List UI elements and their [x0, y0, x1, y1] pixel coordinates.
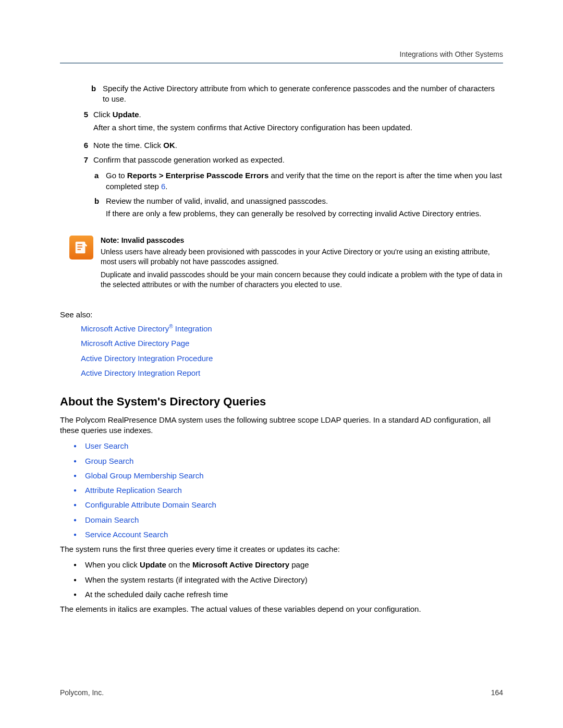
document-page: Integrations with Other Systems b Specif…: [0, 0, 563, 728]
step-marker-7a: a: [93, 170, 106, 192]
step-7a: a Go to Reports > Enterprise Passcode Er…: [93, 170, 503, 192]
step-5-bold: Update: [113, 110, 139, 119]
r1-mid: on the: [166, 560, 192, 569]
run-item-1: When you click Update on the Microsoft A…: [85, 560, 503, 570]
step-5-post: .: [139, 110, 141, 119]
step-7-text: Confirm that passcode generation worked …: [93, 155, 285, 164]
page-footer: Polycom, Inc. 164: [60, 688, 503, 698]
s7b-text: Review the number of valid, invalid, and…: [106, 196, 328, 205]
see-also-links: Microsoft Active Directory® Integration …: [60, 323, 503, 378]
r1-pre: When you click: [85, 560, 140, 569]
note-body: Note: Invalid passcodes Unless users hav…: [101, 236, 503, 289]
l1-post: Integration: [173, 324, 212, 333]
step-marker-7: 7: [77, 155, 93, 226]
note-callout: Note: Invalid passcodes Unless users hav…: [60, 236, 503, 289]
r1-b1: Update: [140, 560, 166, 569]
run-item-3: At the scheduled daily cache refresh tim…: [85, 589, 503, 600]
r1-post: page: [289, 560, 309, 569]
step-marker-5: 5: [77, 109, 93, 138]
see-also-label: See also:: [60, 310, 503, 320]
step-7b: b Review the number of valid, invalid, a…: [93, 196, 503, 225]
link-ad-integration[interactable]: Microsoft Active Directory® Integration: [81, 323, 503, 334]
page-header: Integrations with Other Systems: [60, 50, 503, 64]
note-icon: [69, 236, 93, 260]
note-title: Note: Invalid passcodes: [101, 236, 503, 245]
link-svc-acct-search[interactable]: Service Account Search: [85, 529, 503, 540]
closing-text: The elements in italics are examples. Th…: [60, 604, 503, 614]
step-6-pre: Note the time. Click: [93, 141, 163, 150]
link-domain-search[interactable]: Domain Search: [85, 515, 503, 525]
footer-page-number: 164: [491, 688, 503, 698]
step-text: Specify the Active Directory attribute f…: [103, 83, 503, 105]
runs-list: When you click Update on the Microsoft A…: [60, 560, 503, 600]
steps-block: b Specify the Active Directory attribute…: [60, 83, 503, 227]
step-5-pre: Click: [93, 110, 113, 119]
step-5: Click Update. After a short time, the sy…: [93, 109, 503, 138]
step-marker-6: 6: [77, 140, 93, 151]
link-conf-attr-search[interactable]: Configurable Attribute Domain Search: [85, 500, 503, 510]
section-heading: About the System's Directory Queries: [60, 394, 503, 410]
link-ad-report[interactable]: Active Directory Integration Report: [81, 368, 503, 378]
step-7: Confirm that passcode generation worked …: [93, 155, 503, 226]
registered-icon: ®: [169, 324, 173, 329]
s7a-post: .: [165, 182, 167, 191]
l1-pre: Microsoft Active Directory: [81, 324, 169, 333]
step-marker-7b: b: [93, 196, 106, 225]
note-p1: Unless users have already been provision…: [101, 247, 503, 267]
link-user-search[interactable]: User Search: [85, 441, 503, 451]
link-ad-page[interactable]: Microsoft Active Directory Page: [81, 338, 503, 349]
footer-company: Polycom, Inc.: [60, 688, 104, 698]
s7a-bold: Reports > Enterprise Passcode Errors: [127, 171, 268, 180]
step-5-after: After a short time, the system confirms …: [93, 122, 503, 133]
note-p2: Duplicate and invalid passcodes should b…: [101, 270, 503, 290]
step-6: Note the time. Click OK.: [93, 140, 503, 151]
step-6-link[interactable]: 6: [161, 182, 165, 191]
step-7a-body: Go to Reports > Enterprise Passcode Erro…: [106, 170, 503, 192]
step-6-post: .: [175, 141, 177, 150]
query-list: User Search Group Search Global Group Me…: [60, 441, 503, 540]
r1-b2: Microsoft Active Directory: [192, 560, 289, 569]
step-6-bold: OK: [163, 141, 175, 150]
link-ad-procedure[interactable]: Active Directory Integration Procedure: [81, 353, 503, 364]
s7a-pre: Go to: [106, 171, 127, 180]
step-7b-body: Review the number of valid, invalid, and…: [106, 196, 503, 225]
link-ggm-search[interactable]: Global Group Membership Search: [85, 471, 503, 481]
step-marker-b: b: [90, 83, 103, 105]
s7b-after: If there are only a few problems, they c…: [106, 208, 503, 219]
run-item-2: When the system restarts (if integrated …: [85, 575, 503, 585]
runs-intro: The system runs the first three queries …: [60, 544, 503, 554]
section-intro: The Polycom RealPresence DMA system uses…: [60, 415, 503, 436]
link-attr-repl-search[interactable]: Attribute Replication Search: [85, 485, 503, 496]
step-4b: b Specify the Active Directory attribute…: [90, 83, 503, 105]
link-group-search[interactable]: Group Search: [85, 456, 503, 466]
